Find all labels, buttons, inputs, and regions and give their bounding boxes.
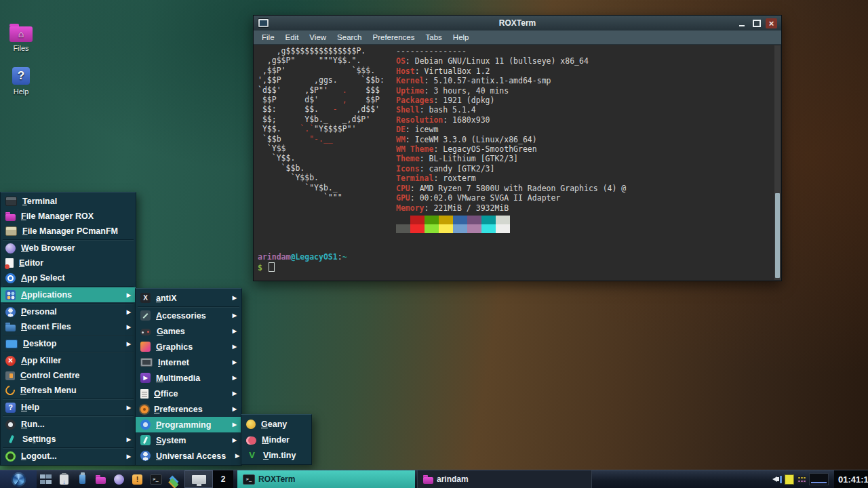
games-icon bbox=[140, 329, 151, 336]
menu-item-label: Multimedia bbox=[156, 373, 200, 383]
package-alert-button[interactable] bbox=[128, 470, 146, 488]
rox-filer-button[interactable] bbox=[92, 470, 110, 488]
menu-item-label: Settings bbox=[22, 434, 56, 444]
keyboard-indicator-icon[interactable] bbox=[797, 476, 806, 483]
tiles-icon bbox=[40, 474, 52, 484]
minimize-button[interactable] bbox=[736, 18, 747, 28]
menu-item-personal[interactable]: Personal▶ bbox=[1, 304, 136, 319]
appselect-icon bbox=[5, 273, 16, 283]
menu-item-applications[interactable]: Applications▶ bbox=[1, 287, 136, 302]
menu-item-label: Games bbox=[157, 327, 185, 336]
taskbar: 2 ROXTermarindam 01:41:16 PM bbox=[0, 470, 868, 488]
indicator-bar-icon[interactable] bbox=[780, 476, 782, 483]
desktop-icon-files[interactable]: Files bbox=[1, 23, 41, 52]
scrollbar-thumb[interactable] bbox=[775, 193, 780, 278]
web-browser-button[interactable] bbox=[110, 470, 128, 488]
menu-item-web-browser[interactable]: Web Browser bbox=[1, 241, 136, 256]
terminal-menu-search[interactable]: Search bbox=[332, 33, 367, 41]
menu-separator bbox=[3, 399, 134, 399]
menu-item-run[interactable]: Run... bbox=[1, 417, 136, 432]
submenu-item-multimedia[interactable]: Multimedia▶ bbox=[136, 370, 241, 386]
submenu-item-preferences[interactable]: Preferences▶ bbox=[136, 401, 241, 417]
submenu-arrow-icon: ▶ bbox=[231, 453, 239, 459]
clock[interactable]: 01:41:16 PM bbox=[834, 470, 868, 488]
terminal-menu-edit[interactable]: Edit bbox=[280, 33, 304, 41]
window-title: ROXTerm bbox=[254, 18, 781, 28]
terminal-menu-view[interactable]: View bbox=[304, 33, 332, 41]
menu-separator bbox=[138, 306, 239, 307]
termdark-icon bbox=[150, 474, 162, 485]
submenu-item-internet[interactable]: Internet▶ bbox=[136, 354, 241, 370]
menu-item-file-manager-pcmanfm[interactable]: File Manager PCmanFM bbox=[1, 224, 136, 239]
menu-separator bbox=[3, 352, 134, 352]
folder-rox-icon bbox=[96, 477, 106, 484]
menu-item-recent-files[interactable]: Recent Files▶ bbox=[1, 319, 136, 334]
submenu-item-office[interactable]: Office▶ bbox=[136, 386, 241, 401]
menu-item-control-centre[interactable]: Control Centre bbox=[1, 368, 136, 383]
submenu-arrow-icon: ▶ bbox=[229, 422, 237, 428]
terminal-menu-help[interactable]: Help bbox=[448, 33, 475, 41]
menu-item-editor[interactable]: Editor bbox=[1, 256, 136, 270]
task-roxterm[interactable]: ROXTerm bbox=[237, 470, 415, 488]
app-menu-button[interactable] bbox=[0, 470, 37, 488]
menu-item-refresh-menu[interactable]: Refresh Menu bbox=[1, 383, 136, 398]
network-monitor-icon[interactable] bbox=[809, 473, 829, 485]
menu-item-desktop[interactable]: Desktop▶ bbox=[1, 336, 136, 351]
terminal-menu-tabs[interactable]: Tabs bbox=[420, 33, 448, 41]
menu-item-label: Desktop bbox=[23, 339, 56, 348]
run-icon bbox=[5, 420, 16, 430]
workspace-1-button[interactable] bbox=[184, 470, 213, 488]
task-arindam[interactable]: arindam bbox=[417, 470, 592, 488]
menu-item-logout[interactable]: Logout...▶ bbox=[1, 449, 136, 464]
menu-item-help[interactable]: Help▶ bbox=[1, 400, 136, 415]
submenu-item-system[interactable]: System▶ bbox=[136, 432, 241, 448]
desktop-icon bbox=[5, 340, 18, 348]
titlebar[interactable]: ROXTerm bbox=[254, 16, 781, 30]
submenu-item-games[interactable]: Games▶ bbox=[136, 323, 241, 339]
terminal-menu-preferences[interactable]: Preferences bbox=[368, 33, 420, 41]
terminal-launcher-button[interactable] bbox=[146, 470, 165, 488]
menu-item-settings[interactable]: Settings▶ bbox=[1, 432, 136, 447]
desktop-icon-help[interactable]: Help bbox=[1, 65, 41, 96]
menu-item-terminal[interactable]: Terminal bbox=[1, 194, 136, 209]
submenu-item-vim-tiny[interactable]: Vim.tiny bbox=[241, 447, 311, 463]
window-tiles-button[interactable] bbox=[37, 470, 55, 488]
shell-prompt-user: arindam@LegacyOS1:~ bbox=[258, 252, 347, 262]
menu-separator bbox=[3, 335, 134, 336]
close-button[interactable] bbox=[766, 18, 777, 28]
menu-item-label: Recent Files bbox=[21, 322, 71, 331]
scrollbar[interactable] bbox=[774, 45, 781, 280]
files-icon bbox=[9, 26, 33, 42]
desktop-layers-button[interactable] bbox=[165, 470, 183, 488]
clipboard-button[interactable] bbox=[55, 470, 73, 488]
palette-swatch bbox=[453, 224, 467, 233]
neofetch-ascii-art: ,g$$$$$$$$$$$$$$$P. ,g$$P" """Y$$.". ,$$… bbox=[258, 46, 384, 203]
monitor-icon bbox=[192, 475, 206, 484]
menu-item-label: Help bbox=[21, 403, 39, 412]
submenu-item-programming[interactable]: Programming▶ bbox=[136, 417, 241, 432]
submenu-item-graphics[interactable]: Graphics▶ bbox=[136, 339, 241, 354]
menu-item-app-select[interactable]: App Select bbox=[1, 270, 136, 285]
submenu-item-universal-access[interactable]: Universal Access▶ bbox=[136, 448, 241, 464]
menu-item-file-manager-rox[interactable]: File Manager ROX bbox=[1, 209, 136, 224]
shell-prompt-line[interactable]: $ bbox=[258, 262, 275, 272]
submenu-item-accessories[interactable]: Accessories▶ bbox=[136, 308, 241, 323]
menu-item-label: System bbox=[156, 436, 186, 445]
submenu-item-antix[interactable]: antiX▶ bbox=[136, 290, 241, 306]
battery-indicator-icon[interactable] bbox=[785, 474, 794, 485]
volume-icon[interactable] bbox=[770, 476, 777, 482]
window-icon bbox=[258, 18, 269, 28]
submenu-item-geany[interactable]: Geany bbox=[241, 416, 311, 432]
vim-icon bbox=[246, 450, 258, 461]
terminal-color-palette bbox=[396, 216, 510, 233]
usb-drive-button[interactable] bbox=[73, 470, 92, 488]
submenu-item-minder[interactable]: Minder bbox=[241, 432, 311, 447]
menu-item-app-killer[interactable]: App Killer bbox=[1, 353, 136, 368]
terminal-menu-file[interactable]: File bbox=[256, 33, 280, 41]
multimedia-icon bbox=[140, 373, 151, 383]
submenu-arrow-icon: ▶ bbox=[123, 405, 131, 411]
terminal-content[interactable]: ,g$$$$$$$$$$$$$$$P. ,g$$P" """Y$$.". ,$$… bbox=[254, 45, 781, 281]
desktop-icon-label: Files bbox=[1, 44, 41, 52]
workspace-2-button[interactable]: 2 bbox=[213, 470, 233, 488]
maximize-button[interactable] bbox=[751, 18, 762, 28]
